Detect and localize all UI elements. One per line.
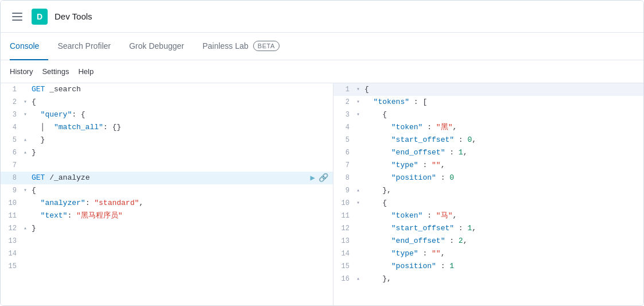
output-line: 8 "position" : 0 xyxy=(333,172,643,184)
fold-toggle[interactable]: ▴ xyxy=(354,184,362,197)
line-number: 12 xyxy=(333,222,354,235)
tab-search-profiler[interactable]: Search Profiler xyxy=(48,33,120,60)
code-line: 9▾{ xyxy=(1,184,333,197)
output-content: { xyxy=(362,109,643,121)
code-line: 4 │ "match_all": {} xyxy=(1,121,333,134)
output-content: }, xyxy=(362,184,643,197)
line-number: 14 xyxy=(333,247,354,260)
line-number: 2 xyxy=(333,96,354,109)
line-number: 4 xyxy=(1,121,21,134)
line-number: 3 xyxy=(1,109,21,121)
fold-toggle[interactable]: ▾ xyxy=(21,96,29,109)
output-line: 14 "type" : "", xyxy=(333,247,643,260)
code-line: 14 xyxy=(1,247,333,260)
line-number: 9 xyxy=(333,184,354,197)
fold-toggle[interactable]: ▾ xyxy=(21,109,29,121)
beta-badge: BETA xyxy=(253,41,280,51)
line-number: 1 xyxy=(1,83,21,96)
output-content: "type" : "", xyxy=(362,247,643,260)
line-actions: ▶🔗 xyxy=(311,172,333,184)
tab-painless-lab[interactable]: Painless Lab BETA xyxy=(193,33,289,60)
code-line: 12▴} xyxy=(1,222,333,235)
app-title: Dev Tools xyxy=(55,11,92,21)
line-number: 7 xyxy=(333,159,354,172)
line-number: 14 xyxy=(1,247,21,260)
output-content: "end_offset" : 1, xyxy=(362,146,643,159)
code-content: │ "match_all": {} xyxy=(29,121,333,134)
run-button[interactable]: ▶ xyxy=(311,172,315,184)
fold-toggle[interactable]: ▴ xyxy=(21,134,29,146)
code-content: { xyxy=(29,96,333,109)
output-line: 1▾{ xyxy=(333,83,643,96)
code-line: 7 xyxy=(1,159,333,172)
top-bar: D Dev Tools xyxy=(1,1,643,33)
fold-toggle[interactable]: ▴ xyxy=(21,222,29,235)
history-button[interactable]: History xyxy=(10,67,33,76)
output-content: { xyxy=(362,83,643,96)
code-line: 1GET _search xyxy=(1,83,333,96)
output-content: }, xyxy=(362,273,643,285)
line-number: 10 xyxy=(1,197,21,210)
code-line: 2▾{ xyxy=(1,96,333,109)
fold-toggle[interactable]: ▾ xyxy=(354,197,362,210)
main-content: 1GET _search2▾{3▾ "query": {4 │ "match_a… xyxy=(1,83,643,306)
fold-toggle[interactable]: ▾ xyxy=(354,109,362,121)
output-content: "start_offset" : 1, xyxy=(362,222,643,235)
hamburger-menu[interactable] xyxy=(10,10,25,23)
code-line: 8GET /_analyze▶🔗 xyxy=(1,172,333,184)
line-number: 1 xyxy=(333,83,354,96)
code-editor[interactable]: 1GET _search2▾{3▾ "query": {4 │ "match_a… xyxy=(1,83,333,306)
right-output-panel: 1▾{2▾ "tokens" : [3▾ {4 "token" : "黑",5 … xyxy=(333,83,643,306)
secondary-bar: History Settings Help xyxy=(1,60,643,83)
output-line: 4 "token" : "黑", xyxy=(333,121,643,134)
code-content: GET /_analyze xyxy=(29,172,311,184)
output-line: 10▾ { xyxy=(333,197,643,210)
output-content: { xyxy=(362,197,643,210)
code-line: 13 xyxy=(1,235,333,247)
line-number: 12 xyxy=(1,222,21,235)
method: GET xyxy=(32,85,45,94)
output-content: "tokens" : [ xyxy=(362,96,643,109)
output-content: "end_offset" : 2, xyxy=(362,235,643,247)
line-number: 16 xyxy=(333,273,354,285)
line-number: 6 xyxy=(333,146,354,159)
fold-toggle[interactable]: ▾ xyxy=(21,184,29,197)
line-number: 9 xyxy=(1,184,21,197)
settings-button[interactable]: Settings xyxy=(42,67,69,76)
code-content: "query": { xyxy=(29,109,333,121)
output-line: 12 "start_offset" : 1, xyxy=(333,222,643,235)
code-content: { xyxy=(29,184,333,197)
tab-grok-debugger[interactable]: Grok Debugger xyxy=(120,33,193,60)
code-line: 3▾ "query": { xyxy=(1,109,333,121)
output-line: 5 "start_offset" : 0, xyxy=(333,134,643,146)
line-number: 15 xyxy=(333,260,354,273)
code-line: 10 "analyzer": "standard", xyxy=(1,197,333,210)
line-number: 13 xyxy=(333,235,354,247)
app-logo: D xyxy=(32,9,48,25)
line-number: 6 xyxy=(1,146,21,159)
fold-toggle[interactable]: ▴ xyxy=(354,273,362,285)
output-line: 9▴ }, xyxy=(333,184,643,197)
help-button[interactable]: Help xyxy=(78,67,94,76)
output-content: "type" : "", xyxy=(362,159,643,172)
code-line: 11 "text": "黑马程序员" xyxy=(1,210,333,222)
tab-bar: Console Search Profiler Grok Debugger Pa… xyxy=(1,33,643,60)
fold-toggle[interactable]: ▾ xyxy=(354,96,362,109)
line-number: 3 xyxy=(333,109,354,121)
output-line: 13 "end_offset" : 2, xyxy=(333,235,643,247)
output-content: "position" : 0 xyxy=(362,172,643,184)
output-line: 3▾ { xyxy=(333,109,643,121)
output-line: 2▾ "tokens" : [ xyxy=(333,96,643,109)
copy-button[interactable]: 🔗 xyxy=(319,172,328,184)
tab-console[interactable]: Console xyxy=(10,33,48,60)
method: GET xyxy=(32,173,45,182)
line-number: 2 xyxy=(1,96,21,109)
fold-toggle[interactable]: ▴ xyxy=(21,146,29,159)
line-number: 5 xyxy=(333,134,354,146)
code-content: } xyxy=(29,134,333,146)
line-number: 8 xyxy=(333,172,354,184)
output-line: 15 "position" : 1 xyxy=(333,260,643,273)
code-line: 15 xyxy=(1,260,333,273)
left-editor-panel[interactable]: 1GET _search2▾{3▾ "query": {4 │ "match_a… xyxy=(1,83,333,306)
fold-toggle[interactable]: ▾ xyxy=(354,83,362,96)
